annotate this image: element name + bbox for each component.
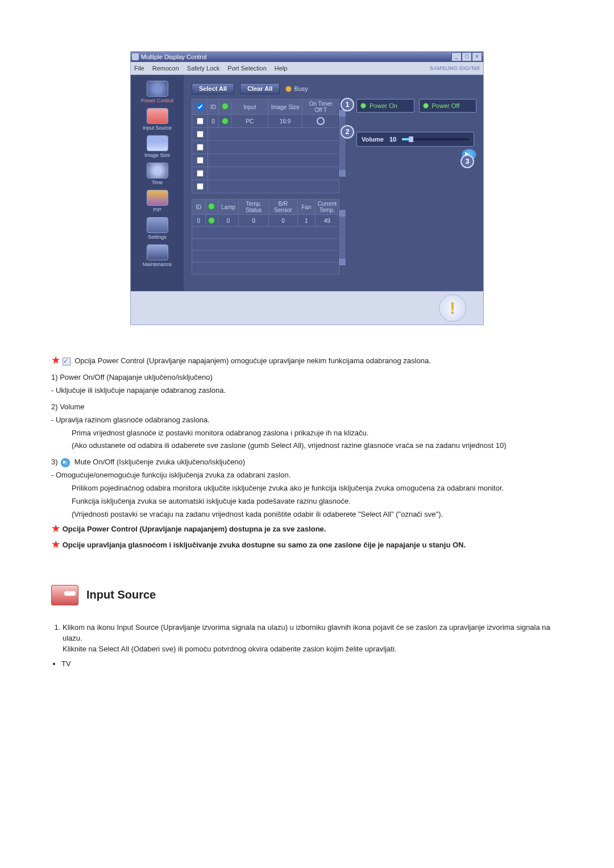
sidebar-item-time[interactable]: Time — [133, 163, 181, 185]
sidebar-item-maintenance[interactable]: Maintenance — [133, 244, 181, 267]
table-header-row: ID Lamp Temp. Status B/R Sensor Fan Curr… — [192, 200, 339, 215]
info-icon[interactable]: ! — [439, 294, 466, 322]
scrollbar[interactable] — [338, 109, 346, 177]
scroll-up-icon[interactable] — [339, 210, 346, 217]
col-image-size: Image Size — [268, 99, 302, 115]
item-3-sub4: (Vrijednosti postavki se vraćaju na zada… — [72, 509, 563, 520]
sidebar-item-input-source[interactable]: Input Source — [133, 108, 181, 131]
maximize-button[interactable]: □ — [462, 52, 472, 61]
row-checkbox[interactable] — [197, 157, 204, 164]
power-dot-icon — [360, 103, 366, 109]
sidebar: Power Control Input Source Image Size Ti… — [131, 75, 184, 291]
sidebar-item-label: Image Size — [144, 152, 170, 158]
maintenance-icon — [147, 244, 168, 260]
table-row — [192, 128, 339, 141]
busy-indicator: Busy — [285, 85, 308, 92]
settings-icon — [147, 217, 168, 233]
table-row — [192, 167, 339, 180]
clear-all-button[interactable]: Clear All — [240, 83, 280, 94]
sidebar-item-label: Power Control — [141, 98, 173, 103]
col-input: Input — [231, 99, 268, 115]
row-checkbox[interactable] — [197, 183, 204, 190]
power-on-button[interactable]: Power On — [356, 99, 414, 113]
minimize-button[interactable]: _ — [451, 52, 462, 61]
status-green-icon — [222, 118, 229, 124]
callout-1: 1 — [341, 98, 354, 111]
col-id: ID — [208, 99, 219, 115]
scrollbar[interactable] — [338, 209, 346, 266]
sidebar-item-label: Maintenance — [143, 261, 172, 267]
scroll-down-icon[interactable] — [339, 170, 346, 177]
table-row — [192, 141, 339, 154]
scroll-down-icon[interactable] — [339, 259, 346, 265]
select-all-button[interactable]: Select All — [192, 83, 234, 94]
sidebar-item-settings[interactable]: Settings — [133, 217, 181, 240]
callout-2: 2 — [341, 125, 354, 139]
menubar: File Remocon Safety Lock Port Selection … — [131, 62, 483, 75]
sidebar-item-image-size[interactable]: Image Size — [133, 135, 181, 158]
item-2-sub1: - Upravlja razinom glasnoće odabranog za… — [51, 415, 563, 426]
mute-mini-icon — [61, 458, 70, 467]
item-3-sub3: Funkcija isključenja zvuka se automatski… — [72, 496, 563, 507]
item-1-head: 1) Power On/Off (Napajanje uključeno/isk… — [51, 372, 563, 383]
item-3-sub1: - Omogućuje/onemogućuje funkciju isključ… — [51, 470, 563, 481]
ol-item1a: Klikom na ikonu Input Source (Upravljanj… — [63, 623, 550, 642]
app-window: Multiple Display Control _ □ × File Remo… — [130, 51, 484, 325]
ol-item1b: Kliknite na Select All (Odaberi sve) ili… — [63, 645, 396, 653]
cell-input: PC — [231, 115, 268, 128]
close-button[interactable]: × — [472, 52, 482, 61]
pip-icon — [147, 190, 168, 206]
window-controls: _ □ × — [451, 52, 482, 61]
item-1-sub: - Uključuje ili isključuje napajanje oda… — [51, 385, 563, 396]
menu-help[interactable]: Help — [275, 65, 288, 72]
item-2-head: 2) Volume — [51, 402, 563, 413]
sidebar-item-label: Time — [152, 180, 163, 185]
power-dot-icon — [423, 103, 429, 109]
table-row — [192, 239, 339, 251]
row-checkbox[interactable] — [197, 170, 204, 177]
row-checkbox[interactable] — [197, 131, 204, 138]
check-all[interactable] — [197, 103, 204, 110]
power-off-button[interactable]: Power Off — [419, 99, 477, 113]
slider-knob[interactable] — [409, 136, 413, 142]
table-row — [192, 251, 339, 263]
table-row[interactable]: 0 PC 16:9 — [192, 115, 339, 128]
col-fan: Fan — [297, 200, 315, 215]
cell-current-temp: 49 — [315, 215, 339, 227]
star-icon: ★ — [51, 522, 60, 535]
menu-safety-lock[interactable]: Safety Lock — [187, 65, 219, 72]
sidebar-item-pip[interactable]: PIP — [133, 190, 181, 213]
checkbox-icon — [63, 358, 70, 366]
item-2-sub2: Prima vrijednost glasnoće iz postavki mo… — [72, 428, 563, 439]
status-ring-icon — [317, 117, 325, 125]
busy-label: Busy — [294, 85, 308, 92]
busy-dot-icon — [285, 86, 292, 92]
col-br-sensor: B/R Sensor — [268, 200, 297, 215]
top-controls: Select All Clear All Busy — [192, 83, 476, 94]
row-checkbox[interactable] — [197, 118, 204, 124]
section-head-input-source: Input Source — [51, 585, 563, 605]
sidebar-item-label: PIP — [153, 207, 161, 213]
col-status — [205, 200, 218, 215]
menu-port-selection[interactable]: Port Selection — [227, 65, 266, 72]
sidebar-item-power-control[interactable]: Power Control — [133, 81, 181, 103]
brand-label: SAMSUNG DIGITall — [430, 65, 480, 71]
slider-fill — [402, 138, 409, 140]
cell-temp-status: 0 — [239, 215, 268, 227]
volume-label: Volume — [362, 136, 384, 143]
display-table: ID Input Image Size On Timer Off T — [192, 99, 339, 193]
input-source-icon — [147, 108, 168, 124]
app-title: Multiple Display Control — [141, 53, 207, 60]
menu-file[interactable]: File — [134, 65, 144, 72]
row-checkbox[interactable] — [197, 144, 204, 151]
app-body: Power Control Input Source Image Size Ti… — [131, 75, 483, 291]
cell-id: 0 — [208, 115, 219, 128]
cell-lamp: 0 — [218, 215, 239, 227]
volume-slider[interactable] — [402, 138, 469, 140]
menu-remocon[interactable]: Remocon — [152, 65, 179, 72]
section-title: Input Source — [86, 587, 156, 603]
table-row[interactable]: 0 0 0 0 1 49 — [192, 215, 339, 227]
doc-text: ★ Opcija Power Control (Upravljanje napa… — [51, 354, 563, 670]
main-pane: Select All Clear All Busy — [184, 75, 483, 291]
time-icon — [147, 163, 168, 178]
